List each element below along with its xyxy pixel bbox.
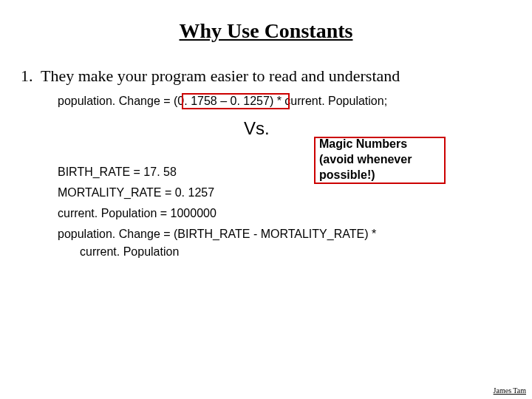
code-line-3: MORTALITY_RATE = 0. 1257 [58, 186, 214, 200]
code-line-5b: current. Population [80, 245, 179, 259]
code-line-5a: population. Change = (BIRTH_RATE - MORTA… [58, 228, 376, 241]
magic-numbers-callout-text: Magic Numbers (avoid whenever possible!) [319, 136, 412, 183]
code-line-4: current. Population = 1000000 [58, 207, 216, 220]
callout-line-1: Magic Numbers [319, 137, 407, 150]
code-line-2: BIRTH_RATE = 17. 58 [58, 166, 177, 179]
vs-label: Vs. [244, 118, 270, 139]
list-text: They make your program easier to read an… [41, 66, 400, 86]
magic-number-highlight-box [182, 93, 290, 109]
callout-line-2: (avoid whenever [319, 153, 412, 166]
slide: Why Use Constants 1. They make your prog… [0, 0, 532, 399]
author-credit: James Tam [494, 386, 526, 395]
callout-line-3: possible!) [319, 168, 375, 181]
slide-title: Why Use Constants [0, 19, 532, 43]
list-number: 1. [21, 66, 33, 86]
